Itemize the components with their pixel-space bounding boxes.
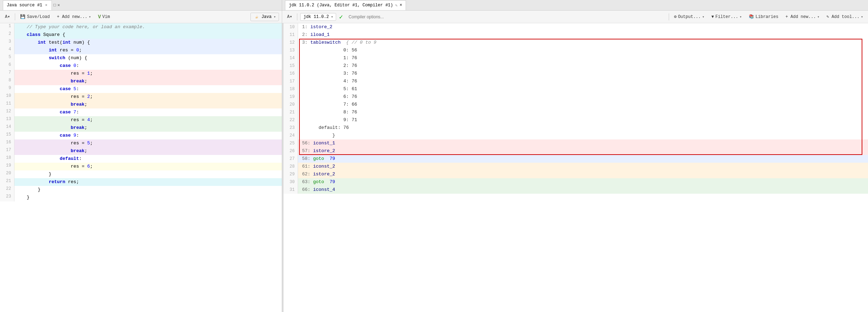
vim-button[interactable]: V Vim xyxy=(96,13,112,21)
table-row: 23 } xyxy=(0,194,282,201)
code-content: } xyxy=(14,194,282,201)
add-new-button[interactable]: + Add new... ▾ xyxy=(55,13,93,20)
bytecode-content: 63: goto 79 xyxy=(298,178,868,186)
right-font-size-label: A▾ xyxy=(287,14,292,19)
table-row: 15 2: 76 xyxy=(284,62,868,70)
table-row: 14 break; xyxy=(0,124,282,132)
table-row: 2 class Square { xyxy=(0,31,282,39)
code-content: res = 1; xyxy=(14,70,282,77)
right-tab[interactable]: jdk 11.0.2 (Java, Editor #1, Compiler #1… xyxy=(285,0,406,10)
bytecode-content: 56: iconst_1 xyxy=(298,139,868,147)
vim-icon: V xyxy=(98,14,101,20)
table-row: 20 7: 66 xyxy=(284,101,868,108)
bytecode-content: 3: 76 xyxy=(298,70,868,77)
line-number: 29 xyxy=(284,170,298,178)
table-row: 18 default: xyxy=(0,155,282,163)
line-number: 22 xyxy=(284,116,298,124)
compiler-options-input[interactable] xyxy=(346,13,666,20)
save-load-button[interactable]: 💾 Save/Load xyxy=(18,13,52,20)
table-row: 2556: iconst_1 xyxy=(284,139,868,147)
line-number: 8 xyxy=(0,77,14,85)
libraries-icon: 📚 xyxy=(749,14,754,19)
line-number: 15 xyxy=(284,62,298,70)
table-row: 17 break; xyxy=(0,147,282,155)
right-tab-label: jdk 11.0.2 (Java, Editor #1, Compiler #1… xyxy=(289,3,393,8)
code-content: int test(int num) { xyxy=(14,39,282,46)
bytecode-content: 2: 76 xyxy=(298,62,868,70)
line-number: 17 xyxy=(0,147,14,155)
table-row: 3166: iconst_4 xyxy=(284,186,868,194)
left-code-area[interactable]: 1 // Type your code here, or load an exa… xyxy=(0,23,282,312)
right-tab-close[interactable]: × xyxy=(400,3,402,8)
code-content: res = 5; xyxy=(14,139,282,147)
table-row: 6 case 0: xyxy=(0,62,282,70)
code-content: res = 6; xyxy=(14,163,282,170)
table-row: 2962: istore_2 xyxy=(284,170,868,178)
table-row: 3063: goto 79 xyxy=(284,178,868,186)
line-number: 21 xyxy=(284,108,298,116)
line-number: 14 xyxy=(284,54,298,62)
code-content: break; xyxy=(14,77,282,85)
bytecode-content: 62: istore_2 xyxy=(298,170,868,178)
table-row: 23 default: 76 xyxy=(284,124,868,132)
table-row: 22 } xyxy=(0,186,282,194)
table-row: 10 res = 2; xyxy=(0,93,282,101)
left-tab-section: Java source #1 × □ ✕ xyxy=(0,0,282,11)
line-number: 3 xyxy=(0,39,14,46)
check-icon: ✓ xyxy=(339,13,343,21)
window-close-icon[interactable]: ✕ xyxy=(57,2,60,8)
table-row: 21 8: 76 xyxy=(284,108,868,116)
code-content: case 0: xyxy=(14,62,282,70)
toolbar-sep-1 xyxy=(15,13,15,20)
code-content: default: xyxy=(14,155,282,163)
line-number: 19 xyxy=(0,163,14,170)
line-number: 18 xyxy=(0,155,14,163)
table-row: 16 res = 5; xyxy=(0,139,282,147)
gear-icon: ⚙ xyxy=(674,14,676,19)
jdk-selector[interactable]: jdk 11.0.2 ▾ xyxy=(300,13,336,21)
libraries-button[interactable]: 📚 Libraries xyxy=(747,13,781,20)
add-tool-button[interactable]: ✎ Add tool... ▾ xyxy=(824,13,865,20)
filter-button[interactable]: ▼ Filter... ▾ xyxy=(709,13,744,20)
left-tab-close[interactable]: × xyxy=(44,3,48,7)
line-number: 13 xyxy=(0,116,14,124)
line-number: 10 xyxy=(284,23,298,31)
line-number: 25 xyxy=(284,139,298,147)
table-row: 1 // Type your code here, or load an exa… xyxy=(0,23,282,31)
right-add-new-label: + Add new... xyxy=(785,14,816,19)
lang-selector[interactable]: ☕ Java ▾ xyxy=(250,13,279,21)
line-number: 17 xyxy=(284,77,298,85)
line-number: 20 xyxy=(284,101,298,108)
right-add-new-button[interactable]: + Add new... ▾ xyxy=(783,13,821,20)
save-icon: 💾 xyxy=(20,14,25,19)
table-row: 12 case 7: xyxy=(0,108,282,116)
left-tab[interactable]: Java source #1 × xyxy=(3,0,52,10)
table-row: 8 break; xyxy=(0,77,282,85)
bytecode-content: 3: tableswitch { // 0 to 9 xyxy=(298,39,868,46)
line-number: 7 xyxy=(0,70,14,77)
window-minimize-icon[interactable]: □ xyxy=(53,3,56,8)
code-content: // Type your code here, or load an examp… xyxy=(14,23,282,31)
output-button[interactable]: ⚙ Output... ▾ xyxy=(672,13,706,20)
table-row: 21 return res; xyxy=(0,178,282,186)
right-code-area[interactable]: 101: istore_2112: iload_1123: tableswitc… xyxy=(284,23,868,312)
table-row: 20 } xyxy=(0,170,282,178)
lang-label: Java xyxy=(261,14,272,19)
font-size-button[interactable]: A▾ xyxy=(3,13,12,20)
left-code-panel: 1 // Type your code here, or load an exa… xyxy=(0,23,282,312)
right-font-size-button[interactable]: A▾ xyxy=(285,13,294,20)
line-number: 22 xyxy=(0,186,14,194)
line-number: 4 xyxy=(0,46,14,54)
bytecode-content: 2: iload_1 xyxy=(298,31,868,39)
libraries-label: Libraries xyxy=(755,14,778,19)
toolbars-row: A▾ 💾 Save/Load + Add new... ▾ V Vim ☕ Ja… xyxy=(0,11,868,23)
table-row: 2657: istore_2 xyxy=(284,147,868,155)
add-new-arrow: ▾ xyxy=(89,15,91,19)
bytecode-content: 5: 61 xyxy=(298,85,868,93)
line-number: 13 xyxy=(284,46,298,54)
line-number: 26 xyxy=(284,147,298,155)
bytecode-content: 57: istore_2 xyxy=(298,147,868,155)
table-row: 16 3: 76 xyxy=(284,70,868,77)
right-tab-edit-icon: ✎ xyxy=(395,3,397,8)
line-number: 10 xyxy=(0,93,14,101)
